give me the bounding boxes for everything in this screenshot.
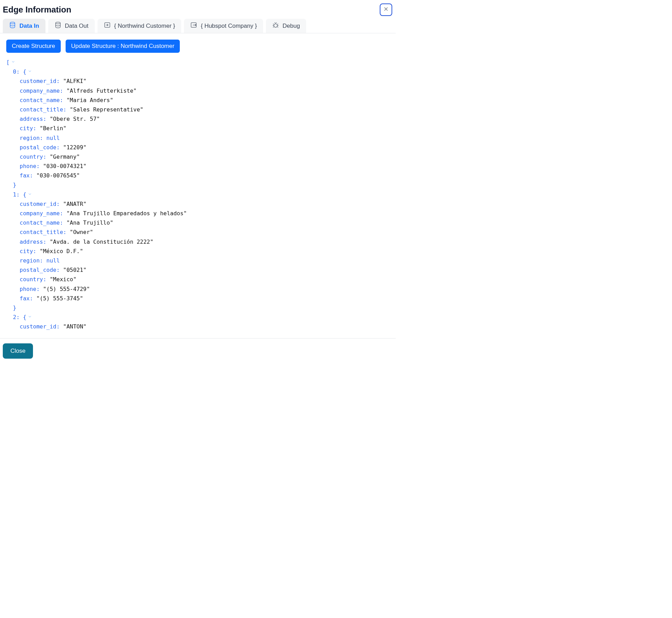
svg-point-4: [274, 24, 277, 27]
panel-body: Create Structure Update Structure : Nort…: [0, 33, 396, 334]
tab-hubspot[interactable]: { Hubspot Company }: [184, 19, 263, 33]
tab-label: Debug: [283, 23, 300, 30]
out-icon: [190, 22, 197, 30]
tab-label: Data In: [19, 23, 39, 30]
in-icon: [104, 22, 111, 30]
update-structure-button[interactable]: Update Structure : Northwind Customer: [66, 40, 180, 53]
db-icon: [9, 22, 16, 30]
db-icon: [54, 22, 61, 30]
close-button[interactable]: Close: [3, 343, 33, 359]
tab-northwind[interactable]: { Northwind Customer }: [98, 19, 182, 33]
tab-label: { Northwind Customer }: [114, 23, 175, 30]
svg-point-0: [10, 22, 15, 24]
tab-label: Data Out: [65, 23, 89, 30]
svg-point-1: [56, 22, 60, 24]
page-title: Edge Information: [3, 5, 71, 15]
tab-bar: Data InData Out{ Northwind Customer }{ H…: [0, 17, 396, 33]
tab-data-in[interactable]: Data In: [3, 19, 45, 33]
create-structure-button[interactable]: Create Structure: [6, 40, 61, 53]
close-icon-button[interactable]: [380, 3, 392, 16]
tab-debug[interactable]: Debug: [266, 19, 306, 33]
bug-icon: [272, 22, 279, 30]
tab-label: { Hubspot Company }: [201, 23, 257, 30]
tab-data-out[interactable]: Data Out: [48, 19, 95, 33]
json-viewer[interactable]: [ 0: { customer_id: "ALFKI" company_name…: [6, 58, 389, 331]
close-icon: [383, 6, 389, 14]
